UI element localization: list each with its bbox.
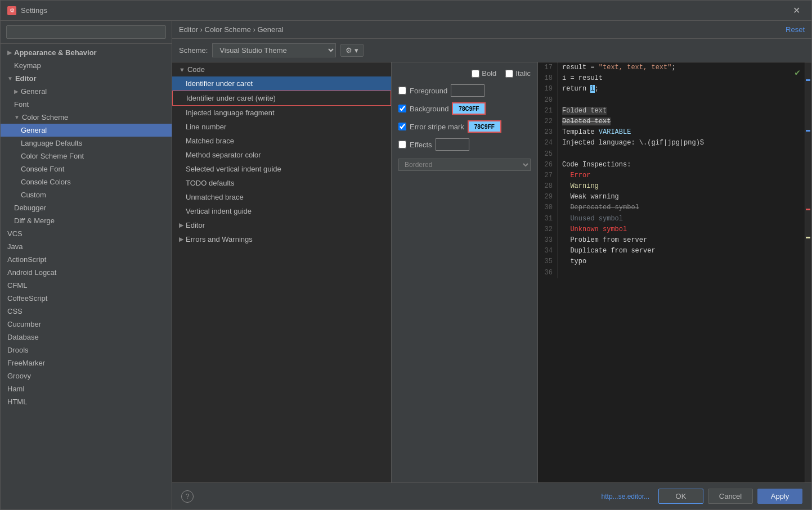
sidebar-tree: ▶ Appearance & Behavior Keymap ▼ Editor … [1, 44, 172, 509]
sidebar-item-keymap[interactable]: Keymap [1, 59, 172, 72]
foreground-color-box[interactable] [451, 84, 484, 97]
sidebar-item-java[interactable]: Java [1, 240, 172, 253]
scheme-item-todo[interactable]: TODO defaults [172, 176, 391, 190]
sidebar-item-custom[interactable]: Custom [1, 188, 172, 201]
preview-scrollbar[interactable] [805, 62, 811, 482]
sidebar-item-general[interactable]: ▶ General [1, 85, 172, 98]
scroll-mark-blue [806, 79, 810, 81]
sidebar-item-diffmerge[interactable]: Diff & Merge [1, 214, 172, 227]
scheme-label: Scheme: [179, 46, 208, 55]
help-button[interactable]: ? [181, 490, 194, 503]
background-row: Background 78C9FF [398, 102, 531, 115]
sidebar-item-general2[interactable]: General [1, 124, 172, 137]
effects-checkbox[interactable] [398, 141, 406, 148]
cancel-button[interactable]: Cancel [708, 489, 753, 504]
background-checkbox[interactable] [398, 105, 406, 112]
scheme-gear-button[interactable]: ⚙ ▾ [340, 44, 364, 57]
scroll-mark-yellow [806, 237, 810, 238]
scheme-item-selected-vertical[interactable]: Selected vertical indent guide [172, 162, 391, 176]
preview-wrapper: ✔ 17 18 19 20 21 22 23 24 25 [538, 62, 811, 482]
code-line: Error [562, 170, 800, 181]
code-line: Template VARIABLE [562, 127, 800, 138]
ok-button[interactable]: OK [658, 489, 703, 504]
search-input[interactable] [6, 25, 166, 39]
bold-label: Bold [472, 69, 496, 78]
code-line: Folded text [562, 106, 800, 116]
editor-section-header[interactable]: ▶ Editor [172, 218, 391, 232]
dialog-title: Settings [21, 6, 788, 15]
sidebar-item-colorschemefont[interactable]: Color Scheme Font [1, 150, 172, 163]
sidebar-item-database[interactable]: Database [1, 331, 172, 344]
sidebar-item-haml[interactable]: Haml [1, 382, 172, 395]
sidebar-item-consolecolors[interactable]: Console Colors [1, 175, 172, 188]
status-text: http...se.editor... [602, 493, 649, 500]
code-line: Problem from server [562, 235, 800, 246]
scheme-item-method-separator[interactable]: Method separator color [172, 148, 391, 162]
expand-arrow-icon: ▶ [179, 222, 183, 229]
scheme-bar: Scheme: Visual Studio Theme ⚙ ▾ [172, 39, 811, 62]
code-line: Injected language: \.(gif|jpg|png)$ [562, 138, 800, 148]
code-lines: result = "text, text, text"; i = result … [558, 62, 805, 278]
sidebar-item-androidlogcat[interactable]: Android Logcat [1, 266, 172, 279]
sidebar-item-colorscheme[interactable]: ▼ Color Scheme [1, 111, 172, 124]
effects-color-box[interactable] [436, 138, 469, 151]
code-line: Warning [562, 181, 800, 192]
code-line [562, 149, 800, 160]
scheme-item-identifier-caret[interactable]: Identifier under caret [172, 76, 391, 91]
error-stripe-checkbox[interactable] [398, 123, 406, 130]
scheme-item-matched-brace[interactable]: Matched brace [172, 134, 391, 148]
error-stripe-color-box[interactable]: 78C9FF [468, 120, 501, 133]
sidebar-item-cucumber[interactable]: Cucumber [1, 318, 172, 331]
scheme-item-injected[interactable]: Injected language fragment [172, 106, 391, 120]
arrow-icon: ▼ [7, 75, 13, 82]
code-line: Weak warning [562, 192, 800, 202]
code-line: Deleted text [562, 116, 800, 127]
code-section-header[interactable]: ▼ Code [172, 62, 391, 76]
apply-button[interactable]: Apply [757, 489, 802, 504]
sidebar-item-html[interactable]: HTML [1, 395, 172, 408]
scheme-item-identifier-caret-write[interactable]: Identifier under caret (write) [172, 91, 391, 106]
scroll-mark-red [806, 209, 810, 210]
sidebar-item-drools[interactable]: Drools [1, 344, 172, 356]
sidebar-item-languagedefaults[interactable]: Language Defaults [1, 137, 172, 150]
scheme-select[interactable]: Visual Studio Theme [212, 43, 336, 57]
italic-label: Italic [505, 69, 531, 78]
sidebar-item-appearance[interactable]: ▶ Appearance & Behavior [1, 46, 172, 59]
editor-area: ▼ Code Identifier under caret Identifier… [172, 62, 811, 482]
close-button[interactable]: ✕ [788, 3, 805, 18]
sidebar-item-debugger[interactable]: Debugger [1, 201, 172, 214]
reset-button[interactable]: Reset [786, 25, 805, 34]
bold-checkbox[interactable] [472, 70, 479, 78]
effects-type-select[interactable]: Bordered [398, 159, 531, 171]
sidebar-item-css[interactable]: CSS [1, 305, 172, 318]
scheme-item-unmatched-brace[interactable]: Unmatched brace [172, 190, 391, 204]
italic-checkbox[interactable] [505, 70, 513, 78]
sidebar-item-editor[interactable]: ▼ Editor [1, 72, 172, 85]
error-stripe-row: Error stripe mark 78C9FF [398, 120, 531, 133]
sidebar: ▶ Appearance & Behavior Keymap ▼ Editor … [1, 21, 172, 509]
errors-section-header[interactable]: ▶ Errors and Warnings [172, 232, 391, 246]
app-icon: ⚙ [7, 6, 16, 15]
code-line: Duplicate from server [562, 246, 800, 256]
arrow-icon: ▶ [14, 88, 19, 94]
background-color-box[interactable]: 78C9FF [452, 102, 486, 115]
code-line: result = "text, text, text"; [562, 62, 800, 73]
sidebar-item-consolefont[interactable]: Console Font [1, 163, 172, 175]
search-box [1, 21, 172, 44]
sidebar-item-vcs[interactable]: VCS [1, 227, 172, 240]
sidebar-item-freemarker[interactable]: FreeMarker [1, 356, 172, 369]
scheme-item-vertical-indent[interactable]: Vertical indent guide [172, 204, 391, 218]
foreground-checkbox[interactable] [398, 87, 406, 94]
sidebar-item-font[interactable]: Font [1, 98, 172, 111]
sidebar-item-groovy[interactable]: Groovy [1, 369, 172, 382]
bold-italic-row: Bold Italic [398, 69, 531, 78]
bottom-bar: ? http...se.editor... OK Cancel Apply [172, 482, 811, 509]
code-line: Unused symbol [562, 214, 800, 224]
scheme-item-line-number[interactable]: Line number [172, 120, 391, 134]
code-line: Unknown symbol [562, 224, 800, 235]
check-mark-icon: ✔ [795, 67, 800, 78]
sidebar-item-cfml[interactable]: CFML [1, 279, 172, 292]
sidebar-item-actionscript[interactable]: ActionScript [1, 253, 172, 266]
expand-arrow-icon: ▼ [179, 66, 185, 73]
sidebar-item-coffeescript[interactable]: CoffeeScript [1, 292, 172, 305]
